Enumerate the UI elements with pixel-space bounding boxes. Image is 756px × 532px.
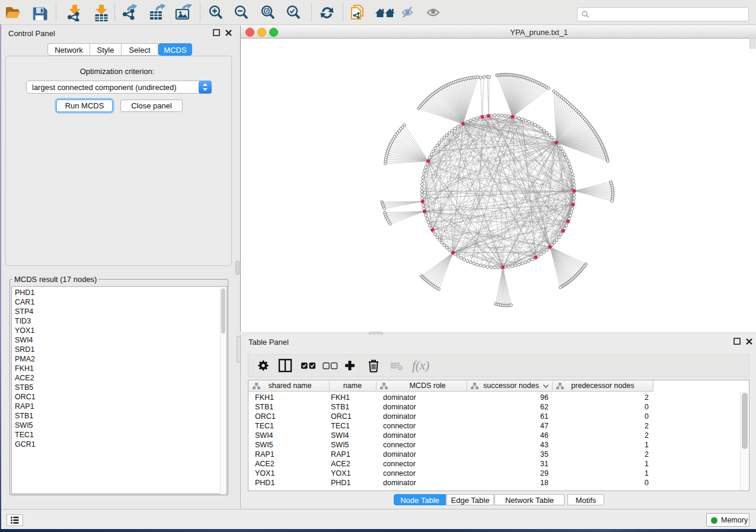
svg-text:f(x): f(x): [412, 358, 429, 373]
